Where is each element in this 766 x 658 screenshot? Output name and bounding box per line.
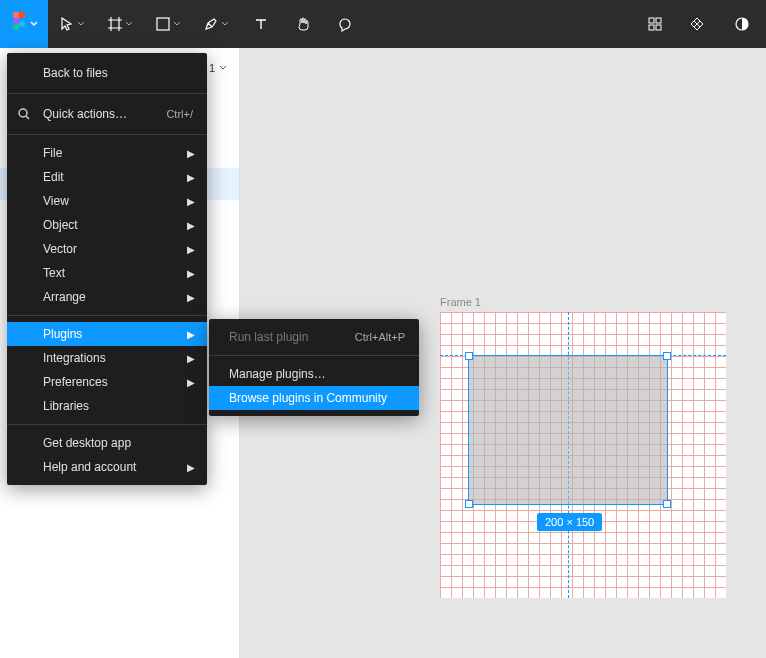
text-icon (253, 16, 269, 32)
svg-rect-5 (656, 25, 661, 30)
frame-label[interactable]: Frame 1 (440, 296, 481, 308)
svg-rect-1 (157, 18, 169, 30)
comment-icon (337, 16, 353, 32)
menu-edit[interactable]: Edit▶ (7, 165, 207, 189)
rectangle-icon (155, 16, 171, 32)
chevron-right-icon: ▶ (187, 220, 195, 231)
menu-view[interactable]: View▶ (7, 189, 207, 213)
chevron-right-icon: ▶ (187, 292, 195, 303)
menu-vector[interactable]: Vector▶ (7, 237, 207, 261)
menu-separator (7, 134, 207, 135)
chevron-right-icon: ▶ (187, 377, 195, 388)
diamond-grid-icon (689, 16, 705, 32)
frame-tool-button[interactable] (96, 0, 144, 48)
top-toolbar (0, 0, 766, 48)
cursor-icon (59, 16, 75, 32)
menu-file[interactable]: File▶ (7, 141, 207, 165)
chevron-right-icon: ▶ (187, 148, 195, 159)
comment-tool-button[interactable] (324, 0, 366, 48)
menu-preferences[interactable]: Preferences▶ (7, 370, 207, 394)
chevron-right-icon: ▶ (187, 196, 195, 207)
chevron-right-icon: ▶ (187, 244, 195, 255)
chevron-right-icon: ▶ (187, 329, 195, 340)
svg-point-0 (19, 21, 25, 27)
svg-rect-2 (649, 18, 654, 23)
resize-handle-bl[interactable] (465, 500, 473, 508)
chevron-down-icon (221, 21, 229, 27)
menu-text[interactable]: Text▶ (7, 261, 207, 285)
hand-tool-button[interactable] (282, 0, 324, 48)
figma-logo-icon (10, 12, 28, 36)
menu-separator (209, 355, 419, 356)
chevron-down-icon (125, 21, 133, 27)
pen-icon (203, 16, 219, 32)
menu-get-desktop[interactable]: Get desktop app (7, 431, 207, 455)
submenu-browse-plugins[interactable]: Browse plugins in Community (209, 386, 419, 410)
mask-tool-button[interactable] (676, 0, 718, 48)
selection-size-badge: 200 × 150 (537, 513, 602, 531)
move-tool-button[interactable] (48, 0, 96, 48)
menu-help-account[interactable]: Help and account▶ (7, 455, 207, 479)
shape-tool-button[interactable] (144, 0, 192, 48)
frame-icon (107, 16, 123, 32)
menu-separator (7, 315, 207, 316)
pen-tool-button[interactable] (192, 0, 240, 48)
theme-toggle-button[interactable] (718, 0, 766, 48)
component-icon (647, 16, 663, 32)
menu-quick-actions[interactable]: Quick actions… Ctrl+/ (7, 100, 207, 128)
menu-separator (7, 93, 207, 94)
half-circle-icon (734, 16, 750, 32)
chevron-right-icon: ▶ (187, 462, 195, 473)
menu-separator (7, 424, 207, 425)
hand-icon (295, 16, 311, 32)
menu-arrange[interactable]: Arrange▶ (7, 285, 207, 309)
plugins-submenu: Run last plugin Ctrl+Alt+P Manage plugin… (209, 319, 419, 416)
svg-point-7 (19, 109, 27, 117)
component-tool-button[interactable] (634, 0, 676, 48)
menu-back-to-files[interactable]: Back to files (7, 59, 207, 87)
search-icon (17, 107, 31, 121)
svg-rect-3 (656, 18, 661, 23)
chevron-down-icon (173, 21, 181, 27)
selected-rectangle[interactable] (468, 355, 668, 505)
chevron-right-icon: ▶ (187, 268, 195, 279)
resize-handle-tr[interactable] (663, 352, 671, 360)
menu-object[interactable]: Object▶ (7, 213, 207, 237)
page-dropdown-label: 1 (209, 62, 215, 74)
chevron-down-icon (30, 21, 38, 27)
menu-plugins[interactable]: Plugins▶ (7, 322, 207, 346)
main-menu-button[interactable] (0, 0, 48, 48)
main-menu-dropdown: Back to files Quick actions… Ctrl+/ File… (7, 53, 207, 485)
submenu-manage-plugins[interactable]: Manage plugins… (209, 362, 419, 386)
menu-integrations[interactable]: Integrations▶ (7, 346, 207, 370)
text-tool-button[interactable] (240, 0, 282, 48)
menu-libraries[interactable]: Libraries (7, 394, 207, 418)
submenu-run-last-plugin: Run last plugin Ctrl+Alt+P (209, 325, 419, 349)
svg-rect-4 (649, 25, 654, 30)
chevron-right-icon: ▶ (187, 353, 195, 364)
chevron-down-icon (219, 65, 227, 71)
resize-handle-br[interactable] (663, 500, 671, 508)
chevron-down-icon (77, 21, 85, 27)
chevron-right-icon: ▶ (187, 172, 195, 183)
resize-handle-tl[interactable] (465, 352, 473, 360)
